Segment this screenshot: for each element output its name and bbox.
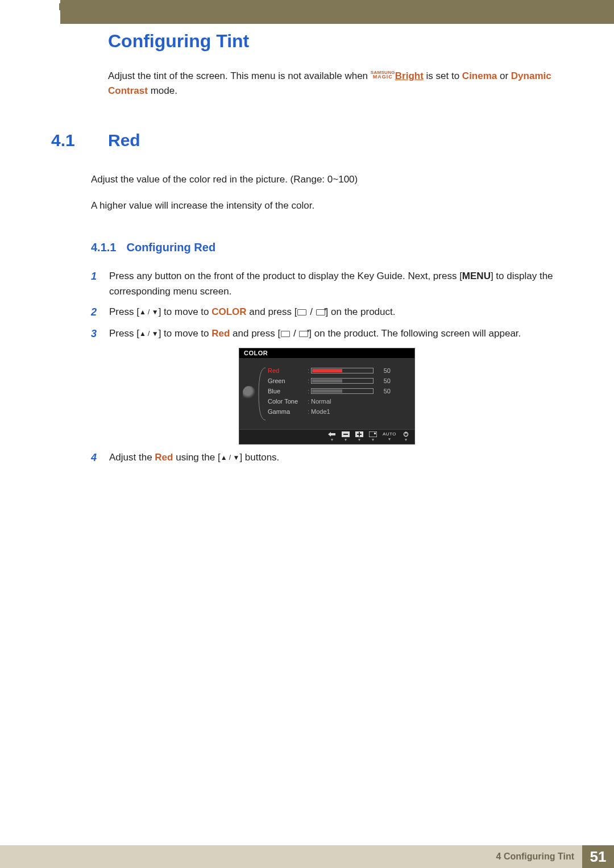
section-p2: A higher value will increase the intensi… <box>91 197 563 215</box>
step-2-c: and press [ <box>247 306 297 317</box>
osd-enter-icon: ▾ <box>369 431 377 442</box>
osd-minus-icon: ▾ <box>342 431 350 442</box>
step-4-a: Adjust the <box>109 452 155 463</box>
step-1-text: Press any button on the front of the pro… <box>109 269 563 299</box>
enter-icon <box>316 309 325 315</box>
step-3-b: ] to move to <box>159 328 212 339</box>
samsung-magic-label: SAMSUNGMAGIC <box>371 73 395 80</box>
osd-row-color-tone: Color Tone : Normal <box>244 396 410 406</box>
osd-return-icon: ▾ <box>328 431 336 442</box>
bright-keyword: Bright <box>395 70 424 81</box>
step-1-number: 1 <box>91 269 99 299</box>
step-1: 1 Press any button on the front of the p… <box>91 269 563 299</box>
osd-bar-fill-red <box>312 369 342 372</box>
step-3-c: and press [ <box>230 328 280 339</box>
enter-icon <box>299 331 308 337</box>
osd-label-ctone: Color Tone <box>268 398 308 405</box>
triangle-up-down-icon: ▲ / ▼ <box>221 454 240 462</box>
osd-plus-icon: ▾ <box>355 431 363 442</box>
auto-text: AUTO <box>383 431 396 437</box>
intro-prefix: Adjust the tint of the screen. This menu… <box>108 70 371 81</box>
osd-bar-green <box>311 378 374 384</box>
osd-body: Red : 50 Green : 50 Blue <box>239 366 414 425</box>
step-3-number: 3 <box>91 326 99 342</box>
intro-mid2: or <box>497 70 511 81</box>
osd-label-blue: Blue <box>268 388 308 394</box>
step-3: 3 Press [▲ / ▼] to move to Red and press… <box>91 326 563 342</box>
svg-rect-1 <box>343 434 348 435</box>
page-footer: 4 Configuring Tint 51 <box>0 845 614 868</box>
osd-row-red: Red : 50 <box>244 366 410 376</box>
menu-keyword: MENU <box>462 271 491 281</box>
step-4-b: using the [ <box>173 452 220 463</box>
intro-paragraph: Adjust the tint of the screen. This menu… <box>108 69 563 99</box>
step-4-number: 4 <box>91 450 99 466</box>
palette-icon <box>243 386 255 398</box>
osd-bar-fill-blue <box>312 389 342 393</box>
osd-val-gamma: Mode1 <box>311 408 330 415</box>
osd-row-green: Green : 50 <box>244 376 410 386</box>
subsection-number: 4.1.1 <box>91 241 116 254</box>
osd-row-blue: Blue : 50 <box>244 386 410 396</box>
footer-chapter-label: 4 Configuring Tint <box>60 845 582 868</box>
step-4-text: Adjust the Red using the [▲ / ▼] buttons… <box>109 450 279 466</box>
section-body: Adjust the value of the color red in the… <box>91 171 563 215</box>
footer-left-block <box>0 845 60 868</box>
content-area: Configuring Tint Adjust the tint of the … <box>0 24 614 466</box>
page-title: Configuring Tint <box>108 31 563 52</box>
red-keyword: Red <box>211 328 230 339</box>
section-title: Red <box>108 131 140 150</box>
osd-val-red: 50 <box>378 367 391 374</box>
subsection-title: Configuring Red <box>126 241 215 254</box>
section-heading: 4.1 Red <box>51 131 563 150</box>
svg-rect-8 <box>405 431 406 434</box>
step-2-b: ] to move to <box>159 306 212 317</box>
section-p1: Adjust the value of the color red in the… <box>91 171 563 189</box>
osd-label-red: Red <box>268 367 308 374</box>
subsection-heading: 4.1.1 Configuring Red <box>91 241 563 254</box>
step-3-d: ] on the product. The following screen w… <box>309 328 521 339</box>
osd-title: COLOR <box>239 348 414 359</box>
chapter-number-graphic: 4 <box>59 0 92 24</box>
osd-val-blue: 50 <box>378 388 391 394</box>
step-2-d: ] on the product. <box>326 306 396 317</box>
svg-rect-6 <box>374 433 376 434</box>
intro-suffix: mode. <box>148 85 177 96</box>
cinema-keyword: Cinema <box>462 70 497 81</box>
magic-bot: MAGIC <box>371 74 395 79</box>
osd-val-green: 50 <box>378 377 391 384</box>
step-3-text: Press [▲ / ▼] to move to Red and press [… <box>109 326 521 342</box>
chapter-banner: 4 <box>0 0 614 24</box>
osd-label-green: Green <box>268 377 308 384</box>
source-icon <box>297 309 306 315</box>
osd-footer: ▾ ▾ ▾ ▾ AUTO▾ ▾ <box>239 429 414 444</box>
osd-screenshot: COLOR Red : 50 Green <box>91 348 563 445</box>
osd-val-ctone: Normal <box>311 398 331 405</box>
color-keyword: COLOR <box>211 306 246 317</box>
svg-rect-4 <box>359 432 360 437</box>
step-2: 2 Press [▲ / ▼] to move to COLOR and pre… <box>91 305 563 321</box>
step-2-number: 2 <box>91 305 99 321</box>
osd-row-gamma: Gamma : Mode1 <box>244 406 410 417</box>
osd-bar-red <box>311 368 374 373</box>
step-3-a: Press [ <box>109 328 139 339</box>
triangle-up-down-icon: ▲ / ▼ <box>139 308 159 316</box>
step-2-text: Press [▲ / ▼] to move to COLOR and press… <box>109 305 395 321</box>
step-2-a: Press [ <box>109 306 139 317</box>
osd-label-gamma: Gamma <box>268 408 308 415</box>
osd-auto-label: AUTO▾ <box>383 431 396 442</box>
page: 4 Configuring Tint Adjust the tint of th… <box>0 0 614 868</box>
source-icon <box>281 331 290 337</box>
osd-bar-fill-green <box>312 379 342 383</box>
osd-panel: COLOR Red : 50 Green <box>239 348 415 445</box>
osd-power-icon: ▾ <box>402 431 410 442</box>
chapter-number: 4 <box>59 0 84 24</box>
section-number: 4.1 <box>51 131 91 150</box>
step-1-a: Press any button on the front of the pro… <box>109 271 462 281</box>
red-keyword: Red <box>155 452 173 463</box>
intro-mid1: is set to <box>424 70 462 81</box>
footer-page-number: 51 <box>582 845 614 868</box>
banner-left-white <box>0 0 60 24</box>
osd-bar-blue <box>311 388 374 394</box>
step-list: 1 Press any button on the front of the p… <box>91 269 563 466</box>
